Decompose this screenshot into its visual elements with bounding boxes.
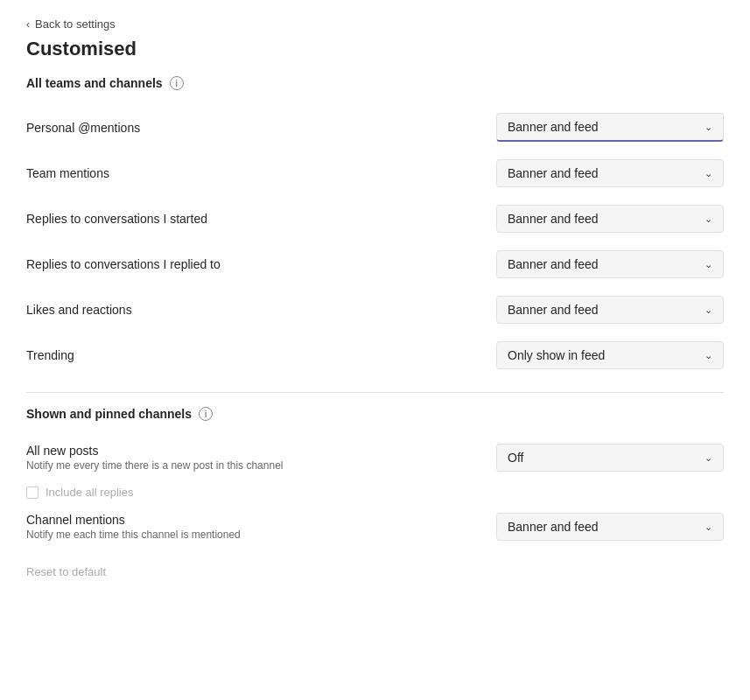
channel-mentions-label-group: Channel mentions Notify me each time thi… bbox=[26, 513, 241, 541]
back-chevron-icon: ‹ bbox=[26, 18, 30, 31]
channel-mentions-sub-label: Notify me each time this channel is ment… bbox=[26, 528, 241, 541]
all-new-posts-label-group: All new posts Notify me every time there… bbox=[26, 444, 283, 472]
page-title: Customised bbox=[26, 38, 724, 60]
back-to-settings-label: Back to settings bbox=[35, 18, 116, 31]
team-mentions-dropdown-chevron: ⌄ bbox=[704, 168, 712, 179]
row-all-new-posts: All new posts Notify me every time there… bbox=[26, 435, 724, 480]
all-new-posts-main-label: All new posts bbox=[26, 444, 283, 458]
row-likes-reactions: Likes and reactions Banner and feed ⌄ bbox=[26, 287, 724, 332]
row-team-mentions: Team mentions Banner and feed ⌄ bbox=[26, 150, 724, 196]
row-replies-started: Replies to conversations I started Banne… bbox=[26, 196, 724, 242]
replies-replied-label: Replies to conversations I replied to bbox=[26, 257, 221, 271]
replies-replied-dropdown-chevron: ⌄ bbox=[704, 259, 712, 270]
row-replies-replied: Replies to conversations I replied to Ba… bbox=[26, 242, 724, 287]
replies-started-dropdown[interactable]: Banner and feed ⌄ bbox=[496, 205, 724, 233]
team-mentions-value: Banner and feed bbox=[508, 166, 599, 180]
channel-mentions-dropdown[interactable]: Banner and feed ⌄ bbox=[496, 513, 724, 541]
personal-mentions-value: Banner and feed bbox=[508, 120, 599, 134]
row-channel-mentions: Channel mentions Notify me each time thi… bbox=[26, 504, 724, 550]
all-new-posts-sub-label: Notify me every time there is a new post… bbox=[26, 459, 283, 472]
channel-mentions-value: Banner and feed bbox=[508, 520, 599, 534]
team-mentions-label: Team mentions bbox=[26, 166, 109, 180]
team-mentions-dropdown[interactable]: Banner and feed ⌄ bbox=[496, 159, 724, 187]
shown-pinned-label: Shown and pinned channels bbox=[26, 407, 192, 421]
channel-mentions-dropdown-chevron: ⌄ bbox=[704, 522, 712, 533]
replies-replied-value: Banner and feed bbox=[508, 257, 599, 271]
trending-label: Trending bbox=[26, 348, 74, 362]
trending-value: Only show in feed bbox=[508, 348, 605, 362]
all-teams-info-icon[interactable]: i bbox=[170, 76, 184, 90]
include-all-replies-checkbox[interactable] bbox=[26, 486, 39, 499]
likes-reactions-dropdown[interactable]: Banner and feed ⌄ bbox=[496, 296, 724, 324]
row-personal-mentions: Personal @mentions Banner and feed ⌄ bbox=[26, 104, 724, 150]
section-header-all-teams: All teams and channels i bbox=[26, 76, 724, 90]
likes-reactions-label: Likes and reactions bbox=[26, 303, 132, 317]
row-trending: Trending Only show in feed ⌄ bbox=[26, 332, 724, 378]
replies-started-value: Banner and feed bbox=[508, 212, 599, 226]
all-new-posts-dropdown[interactable]: Off ⌄ bbox=[496, 444, 724, 472]
all-new-posts-value: Off bbox=[508, 451, 523, 465]
include-all-replies-label: Include all replies bbox=[46, 486, 133, 499]
replies-started-label: Replies to conversations I started bbox=[26, 212, 207, 226]
include-all-replies-row: Include all replies bbox=[26, 480, 724, 504]
channel-mentions-main-label: Channel mentions bbox=[26, 513, 241, 527]
likes-reactions-dropdown-chevron: ⌄ bbox=[704, 304, 712, 316]
trending-dropdown-chevron: ⌄ bbox=[704, 350, 712, 361]
section-header-label: All teams and channels bbox=[26, 76, 163, 90]
section-divider bbox=[26, 392, 724, 393]
section-header-shown-pinned: Shown and pinned channels i bbox=[26, 407, 724, 421]
personal-mentions-label: Personal @mentions bbox=[26, 121, 140, 135]
all-new-posts-dropdown-chevron: ⌄ bbox=[704, 452, 712, 464]
personal-mentions-dropdown-chevron: ⌄ bbox=[704, 122, 712, 133]
back-to-settings-link[interactable]: ‹ Back to settings bbox=[26, 18, 724, 31]
trending-dropdown[interactable]: Only show in feed ⌄ bbox=[496, 341, 724, 369]
replies-replied-dropdown[interactable]: Banner and feed ⌄ bbox=[496, 250, 724, 278]
likes-reactions-value: Banner and feed bbox=[508, 303, 599, 317]
shown-pinned-info-icon[interactable]: i bbox=[199, 407, 213, 421]
personal-mentions-dropdown[interactable]: Banner and feed ⌄ bbox=[496, 113, 724, 142]
reset-to-default-button[interactable]: Reset to default bbox=[26, 565, 106, 578]
replies-started-dropdown-chevron: ⌄ bbox=[704, 214, 712, 225]
